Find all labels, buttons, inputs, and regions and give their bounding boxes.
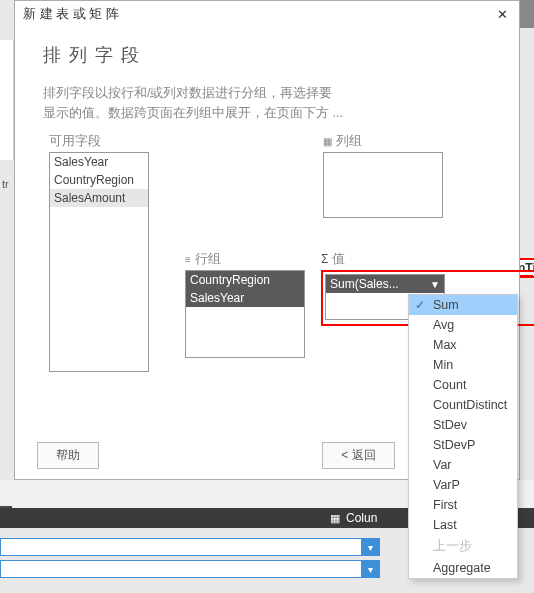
- list-item[interactable]: CountryRegion: [186, 271, 304, 289]
- menu-item-min[interactable]: Min: [409, 355, 517, 375]
- menu-item-aggregate[interactable]: Aggregate: [409, 558, 517, 578]
- row-groups-label: ≡行组: [185, 251, 305, 268]
- close-icon[interactable]: ✕: [493, 5, 511, 23]
- menu-item-varp[interactable]: VarP: [409, 475, 517, 495]
- list-item[interactable]: CountryRegion: [50, 171, 148, 189]
- back-button[interactable]: < 返回: [322, 442, 394, 469]
- available-fields-label: 可用字段: [49, 133, 149, 150]
- values-item[interactable]: Sum(Sales...▼: [326, 275, 444, 293]
- list-item[interactable]: SalesYear: [186, 289, 304, 307]
- list-item[interactable]: SalesYear: [50, 153, 148, 171]
- sigma-icon: Σ: [321, 252, 328, 266]
- menu-item-var[interactable]: Var: [409, 455, 517, 475]
- menu-item-prev: 上一步: [409, 535, 517, 558]
- column-groups-label: Colun: [346, 511, 377, 525]
- menu-item-first[interactable]: First: [409, 495, 517, 515]
- menu-item-count[interactable]: Count: [409, 375, 517, 395]
- column-groups-label-z: ▦列组: [323, 133, 443, 150]
- group-slot-1-dropdown[interactable]: ▾: [361, 539, 379, 555]
- page-heading: 排列字段: [43, 43, 491, 67]
- row-groups-list[interactable]: CountryRegion SalesYear: [185, 270, 305, 358]
- menu-item-countdistinct[interactable]: CountDistinct: [409, 395, 517, 415]
- help-button[interactable]: 帮助: [37, 442, 99, 469]
- menu-item-avg[interactable]: Avg: [409, 315, 517, 335]
- column-groups-zone: ▦列组: [323, 133, 443, 218]
- page-description: 排列字段以按行和/或列对数据进行分组，再选择要 显示的值。数据跨页面在列组中展开…: [43, 83, 491, 123]
- menu-item-max[interactable]: Max: [409, 335, 517, 355]
- dialog-title: 新 建 表 或 矩 阵: [23, 5, 119, 23]
- menu-item-stdevp[interactable]: StDevP: [409, 435, 517, 455]
- rows-icon: ≡: [185, 254, 191, 265]
- table-icon: ▦: [330, 512, 340, 524]
- list-item[interactable]: SalesAmount: [50, 189, 148, 207]
- group-slot-1[interactable]: ▾: [0, 538, 380, 556]
- row-groups-zone: ≡行组 CountryRegion SalesYear: [185, 251, 305, 358]
- column-groups-list[interactable]: [323, 152, 443, 218]
- bg-partial-top-right: [518, 0, 534, 28]
- available-fields-zone: 可用字段 SalesYear CountryRegion SalesAmount: [49, 133, 149, 372]
- menu-item-stdev[interactable]: StDev: [409, 415, 517, 435]
- menu-item-sum[interactable]: ✓Sum: [409, 295, 517, 315]
- group-slot-2[interactable]: ▾: [0, 560, 380, 578]
- values-label: Σ值: [321, 251, 534, 268]
- table-icon: ▦: [323, 136, 332, 147]
- group-slot-2-dropdown[interactable]: ▾: [361, 561, 379, 577]
- check-icon: ✓: [415, 298, 425, 312]
- chevron-down-icon[interactable]: ▼: [430, 279, 440, 290]
- available-fields-list[interactable]: SalesYear CountryRegion SalesAmount: [49, 152, 149, 372]
- menu-item-last[interactable]: Last: [409, 515, 517, 535]
- aggregate-menu[interactable]: ✓Sum Avg Max Min Count CountDistinct StD…: [408, 294, 518, 579]
- bg-left-text: tr: [2, 178, 9, 190]
- bg-partial-left: tr: [0, 40, 14, 160]
